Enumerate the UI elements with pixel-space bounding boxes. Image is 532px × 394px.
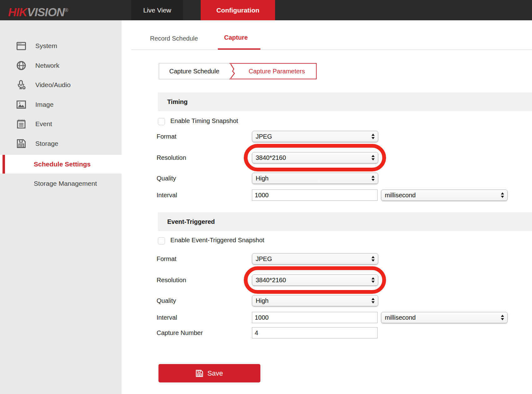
timing-interval-label: Interval [157, 190, 177, 201]
sidebar-item-storage-management[interactable]: Storage Management [0, 177, 122, 190]
sidebar-item-event[interactable]: Event [0, 118, 122, 130]
event-resolution-select[interactable]: 3840*2160 [252, 274, 378, 286]
event-capture-number-label: Capture Number [157, 327, 203, 338]
timing-section-header: Timing [158, 92, 532, 111]
main-content: Record Schedule Capture Capture Schedule… [122, 20, 532, 394]
floppy-disk-icon [16, 139, 26, 149]
timing-resolution-row: Resolution 3840*2160 [157, 152, 525, 163]
sidebar-item-storage[interactable]: Storage [0, 137, 122, 150]
event-format-value: JPEG [256, 254, 272, 264]
registered-mark: ® [64, 7, 68, 13]
event-interval-row: Interval millisecond [157, 312, 525, 323]
sidebar-item-image[interactable]: Image [0, 98, 122, 111]
nav-tab-configuration[interactable]: Configuration [201, 0, 275, 20]
microphone-play-icon [16, 80, 26, 90]
save-button-label: Save [207, 369, 223, 377]
picture-icon [16, 100, 26, 110]
event-format-label: Format [157, 253, 176, 264]
sidebar-item-label: Image [35, 98, 53, 111]
timing-interval-unit-value: millisecond [385, 190, 416, 200]
timing-format-label: Format [157, 131, 176, 142]
top-bar: HIKVISION® Live View Configuration [0, 0, 532, 20]
event-quality-label: Quality [157, 295, 176, 306]
globe-icon [16, 61, 26, 71]
subtab-capture-parameters[interactable]: Capture Parameters [238, 63, 317, 79]
hikvision-configuration-page: HIKVISION® Live View Configuration Syste… [0, 0, 532, 394]
tab-record-schedule[interactable]: Record Schedule [150, 35, 198, 42]
timing-format-row: Format JPEG [157, 131, 525, 142]
timing-resolution-value: 3840*2160 [256, 152, 286, 163]
save-button[interactable]: Save [158, 364, 260, 382]
select-stepper-icon [500, 192, 504, 200]
timing-section-title: Timing [167, 92, 188, 111]
event-capture-number-row: Capture Number [157, 327, 525, 338]
timing-format-select[interactable]: JPEG [252, 131, 378, 142]
select-stepper-icon [371, 255, 375, 263]
sidebar-item-label: Storage Management [34, 177, 97, 190]
sidebar-item-network[interactable]: Network [0, 59, 122, 72]
sidebar-item-label: Storage [35, 137, 58, 150]
notepad-icon [16, 119, 26, 129]
timing-resolution-select[interactable]: 3840*2160 [252, 152, 378, 163]
active-item-red-bar [3, 155, 5, 174]
enable-timing-snapshot-label: Enable Timing Snapshot [170, 117, 238, 125]
sidebar: System Network Video/Audio Image Event [0, 20, 122, 394]
sidebar-item-video-audio[interactable]: Video/Audio [0, 79, 122, 91]
timing-quality-value: High [256, 173, 269, 184]
event-resolution-row: Resolution 3840*2160 [157, 274, 525, 286]
select-stepper-icon [371, 175, 375, 183]
timing-quality-row: Quality High [157, 173, 525, 184]
event-format-select[interactable]: JPEG [252, 253, 378, 264]
event-resolution-label: Resolution [157, 274, 186, 286]
logo-hik: HIK [8, 6, 27, 19]
event-capture-number-input[interactable] [252, 327, 378, 338]
timing-interval-input[interactable] [252, 190, 378, 201]
select-stepper-icon [371, 133, 375, 141]
select-stepper-icon [371, 277, 375, 285]
select-stepper-icon [371, 154, 375, 162]
select-stepper-icon [371, 297, 375, 305]
sidebar-item-label: Video/Audio [35, 79, 71, 91]
sidebar-item-label: System [35, 40, 57, 52]
enable-timing-snapshot-checkbox[interactable] [158, 118, 165, 125]
select-stepper-icon [500, 314, 504, 322]
event-quality-row: Quality High [157, 295, 525, 306]
enable-event-snapshot-label: Enable Event-Triggered Snapshot [170, 237, 264, 244]
timing-interval-unit-select[interactable]: millisecond [381, 190, 508, 201]
event-quality-value: High [256, 295, 269, 306]
event-interval-input[interactable] [252, 312, 378, 323]
event-interval-unit-select[interactable]: millisecond [381, 312, 508, 323]
timing-resolution-label: Resolution [157, 152, 186, 163]
sidebar-item-label: Schedule Settings [34, 155, 91, 174]
event-interval-unit-value: millisecond [385, 312, 416, 323]
capture-subtabs: Capture Schedule Capture Parameters [159, 63, 317, 79]
tabs-divider-line [131, 50, 532, 50]
sidebar-item-label: Network [35, 59, 59, 72]
logo-vision: VISION [27, 6, 64, 19]
save-floppy-icon [196, 370, 203, 377]
sidebar-item-system[interactable]: System [0, 40, 122, 52]
event-resolution-value: 3840*2160 [256, 275, 286, 285]
chevron-right-icon [229, 63, 238, 79]
event-triggered-section-header: Event-Triggered [158, 212, 532, 231]
sidebar-item-schedule-settings[interactable]: Schedule Settings [0, 155, 122, 174]
timing-quality-select[interactable]: High [252, 173, 378, 184]
timing-interval-row: Interval millisecond [157, 190, 525, 201]
tab-capture[interactable]: Capture [224, 34, 248, 41]
event-format-row: Format JPEG [157, 253, 525, 264]
event-triggered-section-title: Event-Triggered [167, 212, 215, 231]
sidebar-item-label: Event [35, 118, 52, 130]
system-window-icon [16, 41, 26, 51]
subtab-capture-schedule[interactable]: Capture Schedule [159, 63, 229, 79]
event-quality-select[interactable]: High [252, 295, 378, 306]
enable-event-snapshot-checkbox[interactable] [158, 237, 165, 244]
timing-format-value: JPEG [256, 131, 272, 142]
event-interval-label: Interval [157, 312, 177, 323]
timing-quality-label: Quality [157, 173, 176, 184]
nav-tab-live-view[interactable]: Live View [131, 0, 183, 20]
hikvision-logo: HIKVISION® [8, 0, 68, 20]
